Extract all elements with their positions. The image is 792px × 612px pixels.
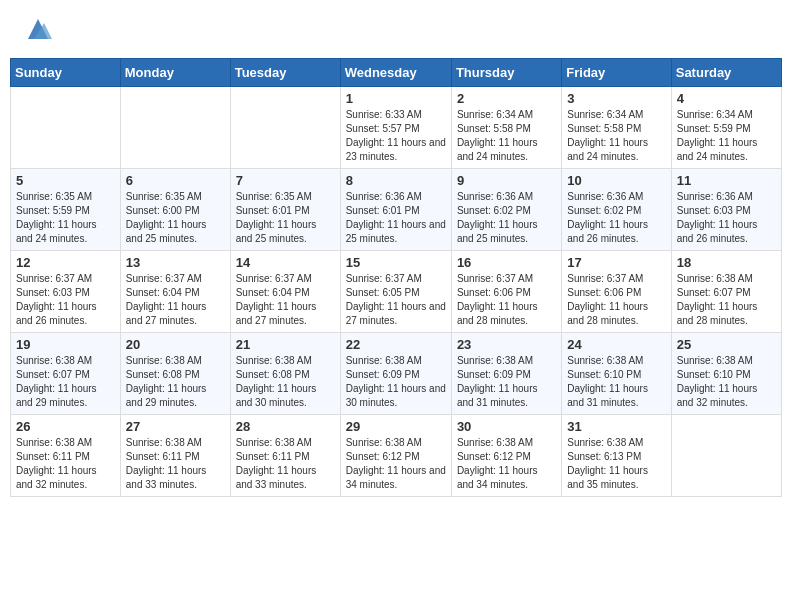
day-number: 29: [346, 419, 446, 434]
day-info: Sunrise: 6:38 AM Sunset: 6:08 PM Dayligh…: [236, 354, 335, 410]
day-of-week-header: Tuesday: [230, 59, 340, 87]
day-info: Sunrise: 6:36 AM Sunset: 6:02 PM Dayligh…: [567, 190, 665, 246]
calendar-cell: 26Sunrise: 6:38 AM Sunset: 6:11 PM Dayli…: [11, 415, 121, 497]
day-of-week-header: Wednesday: [340, 59, 451, 87]
calendar-cell: 18Sunrise: 6:38 AM Sunset: 6:07 PM Dayli…: [671, 251, 781, 333]
calendar-cell: 29Sunrise: 6:38 AM Sunset: 6:12 PM Dayli…: [340, 415, 451, 497]
day-number: 12: [16, 255, 115, 270]
day-number: 4: [677, 91, 776, 106]
day-of-week-header: Sunday: [11, 59, 121, 87]
day-number: 24: [567, 337, 665, 352]
day-number: 30: [457, 419, 556, 434]
day-of-week-header: Saturday: [671, 59, 781, 87]
day-info: Sunrise: 6:38 AM Sunset: 6:13 PM Dayligh…: [567, 436, 665, 492]
day-number: 20: [126, 337, 225, 352]
day-number: 28: [236, 419, 335, 434]
day-info: Sunrise: 6:38 AM Sunset: 6:07 PM Dayligh…: [677, 272, 776, 328]
day-info: Sunrise: 6:37 AM Sunset: 6:03 PM Dayligh…: [16, 272, 115, 328]
calendar-cell: 4Sunrise: 6:34 AM Sunset: 5:59 PM Daylig…: [671, 87, 781, 169]
day-number: 6: [126, 173, 225, 188]
calendar-cell: 17Sunrise: 6:37 AM Sunset: 6:06 PM Dayli…: [562, 251, 671, 333]
calendar-cell: 15Sunrise: 6:37 AM Sunset: 6:05 PM Dayli…: [340, 251, 451, 333]
day-number: 9: [457, 173, 556, 188]
day-info: Sunrise: 6:38 AM Sunset: 6:11 PM Dayligh…: [236, 436, 335, 492]
day-of-week-header: Friday: [562, 59, 671, 87]
calendar-cell: 30Sunrise: 6:38 AM Sunset: 6:12 PM Dayli…: [451, 415, 561, 497]
day-number: 2: [457, 91, 556, 106]
day-info: Sunrise: 6:36 AM Sunset: 6:03 PM Dayligh…: [677, 190, 776, 246]
calendar-cell: 31Sunrise: 6:38 AM Sunset: 6:13 PM Dayli…: [562, 415, 671, 497]
calendar-week-row: 12Sunrise: 6:37 AM Sunset: 6:03 PM Dayli…: [11, 251, 782, 333]
day-info: Sunrise: 6:38 AM Sunset: 6:10 PM Dayligh…: [677, 354, 776, 410]
day-info: Sunrise: 6:34 AM Sunset: 5:59 PM Dayligh…: [677, 108, 776, 164]
day-info: Sunrise: 6:35 AM Sunset: 6:01 PM Dayligh…: [236, 190, 335, 246]
day-info: Sunrise: 6:34 AM Sunset: 5:58 PM Dayligh…: [457, 108, 556, 164]
day-number: 27: [126, 419, 225, 434]
day-number: 3: [567, 91, 665, 106]
calendar-cell: 10Sunrise: 6:36 AM Sunset: 6:02 PM Dayli…: [562, 169, 671, 251]
logo: [20, 15, 52, 43]
calendar-week-row: 5Sunrise: 6:35 AM Sunset: 5:59 PM Daylig…: [11, 169, 782, 251]
calendar-cell: 20Sunrise: 6:38 AM Sunset: 6:08 PM Dayli…: [120, 333, 230, 415]
day-number: 16: [457, 255, 556, 270]
day-number: 5: [16, 173, 115, 188]
calendar-cell: 27Sunrise: 6:38 AM Sunset: 6:11 PM Dayli…: [120, 415, 230, 497]
day-number: 10: [567, 173, 665, 188]
calendar-cell: 14Sunrise: 6:37 AM Sunset: 6:04 PM Dayli…: [230, 251, 340, 333]
calendar-cell: 9Sunrise: 6:36 AM Sunset: 6:02 PM Daylig…: [451, 169, 561, 251]
calendar-cell: 6Sunrise: 6:35 AM Sunset: 6:00 PM Daylig…: [120, 169, 230, 251]
day-info: Sunrise: 6:35 AM Sunset: 6:00 PM Dayligh…: [126, 190, 225, 246]
day-of-week-header: Monday: [120, 59, 230, 87]
day-number: 19: [16, 337, 115, 352]
calendar-cell: 16Sunrise: 6:37 AM Sunset: 6:06 PM Dayli…: [451, 251, 561, 333]
day-number: 25: [677, 337, 776, 352]
calendar-table: SundayMondayTuesdayWednesdayThursdayFrid…: [10, 58, 782, 497]
calendar-week-row: 19Sunrise: 6:38 AM Sunset: 6:07 PM Dayli…: [11, 333, 782, 415]
calendar-cell: [671, 415, 781, 497]
calendar-cell: 1Sunrise: 6:33 AM Sunset: 5:57 PM Daylig…: [340, 87, 451, 169]
day-of-week-header: Thursday: [451, 59, 561, 87]
day-number: 8: [346, 173, 446, 188]
calendar-cell: 7Sunrise: 6:35 AM Sunset: 6:01 PM Daylig…: [230, 169, 340, 251]
calendar-cell: 12Sunrise: 6:37 AM Sunset: 6:03 PM Dayli…: [11, 251, 121, 333]
calendar-cell: 11Sunrise: 6:36 AM Sunset: 6:03 PM Dayli…: [671, 169, 781, 251]
day-info: Sunrise: 6:35 AM Sunset: 5:59 PM Dayligh…: [16, 190, 115, 246]
day-number: 7: [236, 173, 335, 188]
day-info: Sunrise: 6:38 AM Sunset: 6:10 PM Dayligh…: [567, 354, 665, 410]
day-number: 23: [457, 337, 556, 352]
calendar-cell: 13Sunrise: 6:37 AM Sunset: 6:04 PM Dayli…: [120, 251, 230, 333]
day-number: 1: [346, 91, 446, 106]
day-info: Sunrise: 6:37 AM Sunset: 6:05 PM Dayligh…: [346, 272, 446, 328]
day-info: Sunrise: 6:33 AM Sunset: 5:57 PM Dayligh…: [346, 108, 446, 164]
day-number: 18: [677, 255, 776, 270]
calendar-cell: 21Sunrise: 6:38 AM Sunset: 6:08 PM Dayli…: [230, 333, 340, 415]
day-number: 17: [567, 255, 665, 270]
day-info: Sunrise: 6:38 AM Sunset: 6:07 PM Dayligh…: [16, 354, 115, 410]
day-info: Sunrise: 6:37 AM Sunset: 6:04 PM Dayligh…: [126, 272, 225, 328]
day-number: 22: [346, 337, 446, 352]
calendar-cell: 19Sunrise: 6:38 AM Sunset: 6:07 PM Dayli…: [11, 333, 121, 415]
day-info: Sunrise: 6:38 AM Sunset: 6:09 PM Dayligh…: [346, 354, 446, 410]
day-info: Sunrise: 6:36 AM Sunset: 6:02 PM Dayligh…: [457, 190, 556, 246]
calendar-cell: 22Sunrise: 6:38 AM Sunset: 6:09 PM Dayli…: [340, 333, 451, 415]
page-header: [10, 10, 782, 48]
day-info: Sunrise: 6:38 AM Sunset: 6:08 PM Dayligh…: [126, 354, 225, 410]
day-info: Sunrise: 6:38 AM Sunset: 6:12 PM Dayligh…: [457, 436, 556, 492]
calendar-cell: 8Sunrise: 6:36 AM Sunset: 6:01 PM Daylig…: [340, 169, 451, 251]
day-number: 11: [677, 173, 776, 188]
calendar-cell: 24Sunrise: 6:38 AM Sunset: 6:10 PM Dayli…: [562, 333, 671, 415]
calendar-cell: 25Sunrise: 6:38 AM Sunset: 6:10 PM Dayli…: [671, 333, 781, 415]
calendar-week-row: 26Sunrise: 6:38 AM Sunset: 6:11 PM Dayli…: [11, 415, 782, 497]
day-number: 13: [126, 255, 225, 270]
calendar-cell: 5Sunrise: 6:35 AM Sunset: 5:59 PM Daylig…: [11, 169, 121, 251]
calendar-header-row: SundayMondayTuesdayWednesdayThursdayFrid…: [11, 59, 782, 87]
day-info: Sunrise: 6:37 AM Sunset: 6:04 PM Dayligh…: [236, 272, 335, 328]
day-info: Sunrise: 6:37 AM Sunset: 6:06 PM Dayligh…: [457, 272, 556, 328]
day-number: 31: [567, 419, 665, 434]
calendar-cell: 3Sunrise: 6:34 AM Sunset: 5:58 PM Daylig…: [562, 87, 671, 169]
day-number: 26: [16, 419, 115, 434]
day-info: Sunrise: 6:38 AM Sunset: 6:11 PM Dayligh…: [16, 436, 115, 492]
day-info: Sunrise: 6:38 AM Sunset: 6:09 PM Dayligh…: [457, 354, 556, 410]
calendar-cell: [230, 87, 340, 169]
day-info: Sunrise: 6:37 AM Sunset: 6:06 PM Dayligh…: [567, 272, 665, 328]
